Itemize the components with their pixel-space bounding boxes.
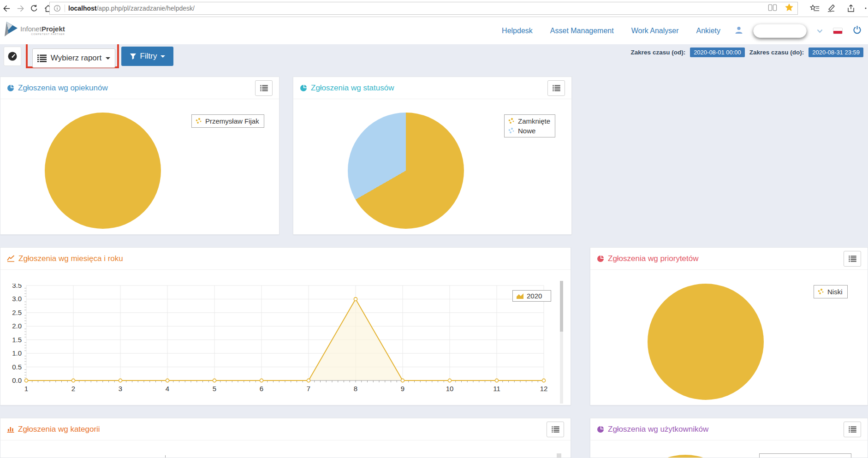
speedometer-icon — [7, 51, 18, 61]
url-text[interactable]: localhost/app.php/pl/zarzadzanie/helpdes… — [68, 5, 768, 12]
svg-text:3: 3 — [119, 385, 122, 393]
user-menu[interactable] — [753, 24, 807, 38]
address-bar[interactable]: localhost/app.php/pl/zarzadzanie/helpdes… — [49, 2, 798, 15]
area-series-icon — [517, 293, 523, 299]
forward-icon[interactable] — [15, 3, 26, 14]
card-data-table-button[interactable] — [547, 422, 564, 437]
card-uzytkownicy: Zgłoszenia wg użytkowników — [590, 418, 868, 458]
card-data-table-button[interactable] — [255, 80, 273, 96]
svg-text:2.5: 2.5 — [12, 309, 22, 316]
legend-priorytety[interactable]: Niski — [814, 285, 848, 298]
nav-work-analyser[interactable]: Work Analyser — [631, 27, 679, 35]
user-zone — [735, 17, 862, 44]
range-from-label: Zakres czasu (od): — [631, 49, 686, 56]
infonet-projekt-logo[interactable]: InfonetProjekt COMPETENT PARTNER — [4, 20, 65, 38]
share-icon[interactable] — [845, 3, 856, 14]
scrollbar-nub[interactable] — [557, 453, 561, 458]
card-title: Zgłoszenia wg statusów — [300, 83, 394, 93]
filters-button[interactable]: Filtry — [121, 47, 173, 66]
legend-label: Niski — [827, 288, 843, 296]
dashboard-button[interactable] — [4, 47, 21, 66]
bar-chart-icon — [7, 426, 14, 433]
svg-text:1.0: 1.0 — [12, 349, 22, 357]
table-list-icon — [849, 256, 856, 262]
url-host: localhost — [68, 5, 96, 12]
list-icon — [37, 54, 47, 62]
legend-miesiace[interactable]: 2020 — [512, 290, 551, 302]
range-from-value[interactable]: 2020-08-01 00:00 — [690, 48, 745, 57]
series-dots-icon — [508, 127, 515, 134]
legend-item[interactable] — [763, 455, 846, 458]
caret-down-icon — [106, 57, 110, 59]
nav-asset-management[interactable]: Asset Management — [550, 27, 614, 35]
card-scrollbar[interactable] — [560, 281, 563, 404]
hub-favorites-icon[interactable] — [809, 3, 820, 14]
svg-text:7: 7 — [307, 385, 310, 393]
card-data-table-button[interactable] — [844, 422, 861, 437]
pie-chart-priorytety — [648, 284, 764, 400]
card-header: Zgłoszenia wg użytkowników — [590, 418, 868, 440]
table-list-icon — [553, 85, 560, 91]
line-chart-icon — [7, 255, 15, 262]
series-dots-icon — [195, 118, 202, 125]
svg-text:11: 11 — [493, 385, 500, 393]
legend-item[interactable]: Nowe — [508, 126, 550, 136]
url-path: /app.php/pl/zarzadzanie/helpdesk/ — [96, 5, 194, 12]
pie-chart-icon — [7, 84, 14, 92]
filters-label: Filtry — [140, 52, 157, 61]
card-data-table-button[interactable] — [844, 251, 861, 267]
range-to-label: Zakres czasu (do): — [749, 49, 804, 56]
table-list-icon — [260, 85, 268, 91]
card-data-table-button[interactable] — [547, 80, 565, 96]
site-info-icon[interactable] — [54, 5, 65, 12]
card-title: Zgłoszenia wg kategorii — [7, 425, 100, 434]
card-kategorie: Zgłoszenia wg kategorii — [0, 418, 571, 458]
card-header: Zgłoszenia wg miesięca i roku — [0, 248, 571, 270]
logout-power-icon[interactable] — [853, 25, 862, 36]
svg-text:3.0: 3.0 — [12, 295, 22, 303]
nav-ankiety[interactable]: Ankiety — [696, 27, 720, 35]
svg-text:1.5: 1.5 — [12, 336, 22, 344]
favorite-star-icon[interactable] — [785, 3, 794, 14]
legend-statusy[interactable]: Zamknięte Nowe — [504, 114, 555, 137]
legend-item[interactable]: Przemysław Fijak — [195, 116, 259, 126]
legend-item[interactable]: Niski — [817, 287, 843, 297]
table-list-icon — [849, 426, 856, 433]
svg-text:10: 10 — [446, 385, 454, 393]
refresh-icon[interactable] — [29, 3, 40, 14]
svg-text:6: 6 — [260, 385, 263, 393]
card-title: Zgłoszenia wg priorytetów — [597, 254, 699, 263]
chevron-down-icon[interactable] — [817, 27, 823, 35]
card-header: Zgłoszenia wg priorytetów — [590, 248, 868, 270]
pie-chart-uzytkownicy — [627, 455, 743, 458]
legend-item[interactable]: Zamknięte — [508, 116, 550, 126]
annotate-pen-icon[interactable] — [826, 3, 837, 14]
legend-uzytkownicy[interactable] — [759, 453, 851, 458]
card-miesiace: Zgłoszenia wg miesięca i roku 0.00.51.01… — [0, 247, 571, 405]
svg-text:2: 2 — [71, 385, 75, 393]
logo-text: InfonetProjekt COMPETENT PARTNER — [20, 25, 65, 38]
browser-window: localhost/app.php/pl/zarzadzanie/helpdes… — [0, 0, 868, 458]
svg-text:3.5: 3.5 — [12, 284, 22, 289]
reading-view-icon[interactable] — [768, 4, 777, 13]
svg-text:4: 4 — [166, 385, 169, 393]
browser-toolbar: localhost/app.php/pl/zarzadzanie/helpdes… — [0, 0, 868, 17]
svg-text:0.0: 0.0 — [12, 376, 22, 384]
time-range-row: Zakres czasu (od): 2020-08-01 00:00 Zakr… — [631, 48, 863, 57]
legend-opiekunowie[interactable]: Przemysław Fijak — [191, 114, 264, 128]
svg-text:12: 12 — [540, 385, 548, 393]
logo-triangle-icon — [4, 20, 19, 38]
card-title: Zgłoszenia wg użytkowników — [597, 425, 708, 434]
dashboard-page: Wybierz raport Filtry Zakres czasu (od):… — [0, 44, 868, 458]
more-menu-icon[interactable] — [863, 3, 868, 14]
filter-funnel-icon — [130, 53, 137, 60]
nav-helpdesk[interactable]: Helpdesk — [502, 27, 533, 35]
select-report-button[interactable]: Wybierz raport — [32, 48, 115, 68]
scrollbar-thumb[interactable] — [560, 281, 563, 332]
range-to-value[interactable]: 2020-08-31 23:59 — [809, 48, 863, 57]
svg-text:8: 8 — [354, 385, 357, 393]
back-icon[interactable] — [1, 3, 12, 14]
poland-flag-icon[interactable] — [833, 28, 843, 34]
series-dots-icon — [817, 288, 824, 295]
legend-label: Zamknięte — [518, 117, 550, 125]
